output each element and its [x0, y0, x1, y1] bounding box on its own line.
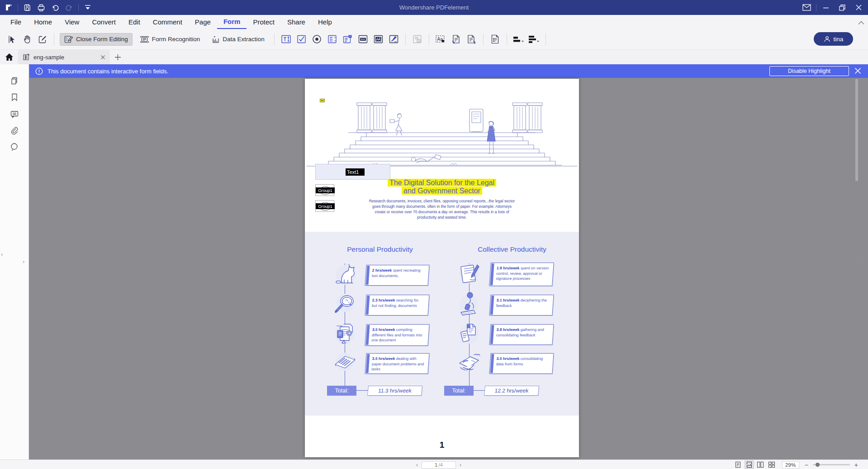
image-button-field-icon[interactable] — [372, 33, 384, 45]
checkbox-field-icon[interactable] — [295, 33, 308, 45]
personal-row-2: 2.3 hrs/week searching for, but not find… — [365, 295, 429, 316]
intro-paragraph: Research documents, invoices, client fil… — [305, 198, 579, 220]
edit-text-icon[interactable]: Aa — [435, 33, 447, 45]
pdf-page: Text1 The Digital Solution for the Legal… — [305, 79, 579, 457]
select-tool-icon[interactable] — [5, 33, 18, 45]
app-logo-icon — [4, 3, 14, 13]
close-form-editing-button[interactable]: Close Form Editing — [60, 33, 133, 46]
menu-comment[interactable]: Comment — [147, 15, 189, 29]
user-account-button[interactable]: tina — [814, 32, 853, 46]
plus-icon — [114, 54, 121, 61]
personal-row-4: 3.5 hrs/week dealing with paper document… — [365, 353, 429, 374]
print-icon[interactable] — [36, 3, 46, 13]
hand-form-illustration — [456, 349, 482, 374]
close-icon[interactable] — [852, 2, 865, 14]
menu-convert[interactable]: Convert — [85, 15, 122, 29]
menu-share[interactable]: Share — [281, 15, 312, 29]
comments-icon[interactable] — [9, 109, 19, 119]
previous-page-icon[interactable]: ‹ — [416, 462, 418, 468]
right-panel-handle[interactable]: › — [860, 258, 862, 265]
grid-view-icon[interactable] — [767, 460, 777, 469]
push-button-field-icon[interactable] — [357, 33, 369, 45]
menu-file[interactable]: File — [4, 15, 28, 29]
divider — [545, 34, 546, 45]
bookmarks-icon[interactable] — [9, 92, 19, 102]
document-tab[interactable]: eng-sample — [18, 50, 110, 64]
menu-page[interactable]: Page — [189, 15, 217, 29]
search-icon[interactable] — [9, 142, 19, 152]
minimize-icon[interactable] — [819, 2, 833, 14]
collapse-left-panel-handle[interactable]: ‹ — [1, 251, 3, 258]
single-page-view-icon[interactable] — [733, 460, 743, 469]
navigation-sidebar: ‹ › — [0, 64, 29, 459]
tab-close-icon[interactable] — [100, 55, 105, 60]
connector-line — [473, 390, 484, 391]
continuous-view-icon[interactable] — [745, 460, 754, 469]
productivity-infographic: Personal Productivity Collective Product… — [305, 232, 579, 416]
redo-icon — [64, 3, 74, 13]
title-line-1: The Digital Solution for the Legal — [388, 179, 496, 187]
group1-radio-field-1[interactable]: Group1 — [315, 184, 334, 196]
page-navigation: ‹ 1 /4 › — [416, 460, 461, 469]
menu-home[interactable]: Home — [28, 15, 58, 29]
edit-field-icon[interactable] — [36, 33, 48, 45]
next-page-icon[interactable]: › — [460, 462, 461, 468]
form-data-icon[interactable] — [489, 33, 501, 45]
digital-signature-field-icon[interactable] — [388, 33, 400, 45]
vertical-scrollbar[interactable] — [855, 79, 858, 181]
expand-left-panel-handle[interactable]: › — [23, 258, 24, 265]
zoom-level-input[interactable]: 29% — [782, 461, 799, 469]
data-extraction-label: Data Extraction — [223, 36, 264, 43]
chevron-up-icon[interactable] — [858, 19, 864, 27]
text-field-icon[interactable] — [280, 33, 292, 45]
banner-close-icon[interactable] — [854, 67, 862, 75]
personal-row-3: 3.5 hrs/week compiling different files a… — [365, 324, 429, 346]
gather-feedback-illustration — [456, 321, 482, 346]
menu-view[interactable]: View — [58, 15, 85, 29]
distribute-fields-icon[interactable] — [528, 33, 540, 45]
divider — [405, 34, 406, 45]
menu-edit[interactable]: Edit — [122, 15, 147, 29]
align-fields-icon[interactable] — [512, 33, 525, 45]
zoom-in-button[interactable]: + — [854, 461, 858, 469]
page-number-input[interactable]: 1 /4 — [422, 461, 456, 469]
save-icon[interactable] — [22, 3, 32, 13]
menu-form[interactable]: Form — [217, 15, 247, 29]
form-recognition-button[interactable]: Form Recognition — [136, 34, 204, 45]
page-thumbnails-icon[interactable] — [9, 76, 19, 86]
combo-box-field-icon[interactable] — [342, 33, 354, 45]
import-form-data-icon[interactable] — [450, 33, 462, 45]
divider — [483, 34, 484, 45]
title-line-2: and Government Sector — [402, 187, 482, 195]
undo-icon[interactable] — [50, 3, 60, 13]
export-form-data-icon[interactable] — [465, 33, 478, 45]
collective-row-2: 3.1 hrs/week deciphering the feedback — [489, 295, 554, 316]
home-tab-button[interactable] — [0, 50, 18, 64]
current-page: 1 — [435, 462, 437, 468]
hand-tool-icon[interactable] — [21, 33, 33, 45]
data-extraction-button[interactable]: Data Extraction — [207, 34, 268, 45]
collective-row-4: 3.5 hrs/week consolidating data from for… — [489, 353, 554, 374]
collective-total-label: Total: — [444, 386, 474, 396]
tab-bar: eng-sample — [0, 50, 868, 64]
text1-field-label: Text1 — [346, 168, 365, 176]
quick-access-caret-icon[interactable] — [83, 3, 93, 13]
divider — [429, 34, 429, 45]
menu-protect[interactable]: Protect — [247, 15, 281, 29]
menu-help[interactable]: Help — [312, 15, 338, 29]
zoom-out-button[interactable]: − — [805, 461, 808, 469]
two-page-view-icon[interactable] — [756, 460, 765, 469]
attachments-icon[interactable] — [9, 126, 19, 136]
maximize-icon[interactable] — [835, 2, 849, 14]
mail-icon[interactable] — [800, 2, 813, 14]
new-tab-button[interactable] — [110, 50, 125, 64]
list-box-field-icon[interactable] — [326, 33, 338, 45]
disable-highlight-button[interactable]: Disable Highlight — [769, 66, 849, 76]
form-recognition-label: Form Recognition — [152, 36, 200, 43]
zoom-slider[interactable] — [813, 464, 850, 465]
microscope-illustration — [456, 291, 482, 316]
zoom-slider-handle[interactable] — [816, 463, 820, 467]
text1-form-field[interactable]: Text1 — [315, 164, 390, 180]
collective-productivity-heading: Collective Productivity — [458, 245, 566, 254]
radio-button-field-icon[interactable] — [311, 33, 323, 45]
